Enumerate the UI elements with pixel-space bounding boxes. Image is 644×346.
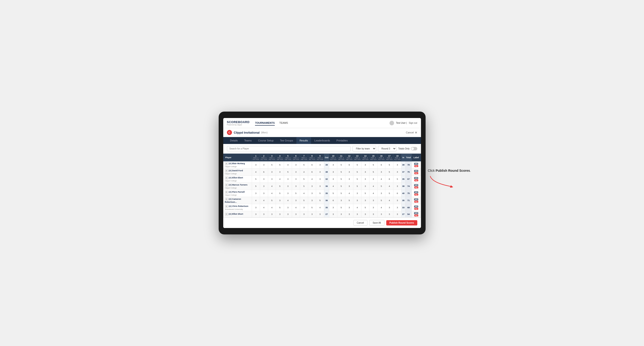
score-h4[interactable]: 5	[276, 190, 284, 197]
score-h6[interactable]: 3	[292, 169, 300, 176]
score-h8[interactable]: 6	[308, 162, 316, 169]
score-h5[interactable]: 3	[284, 183, 292, 190]
score-h1[interactable]: 3	[252, 162, 260, 169]
score-h4[interactable]: 4	[276, 176, 284, 183]
score-h16[interactable]: 6	[377, 162, 385, 169]
score-h14[interactable]: 3	[361, 169, 369, 176]
score-h5[interactable]: 4	[284, 162, 292, 169]
score-h14[interactable]: 3	[361, 183, 369, 190]
score-h11[interactable]: 5	[337, 183, 345, 190]
tab-leaderboards[interactable]: Leaderboards	[311, 137, 333, 144]
dq-badge[interactable]: DQ	[414, 214, 418, 216]
score-h9[interactable]: 3	[316, 162, 324, 169]
score-h14[interactable]: 3	[361, 197, 369, 204]
score-h7[interactable]: 4	[300, 169, 308, 176]
score-h2[interactable]: 3	[260, 190, 268, 197]
score-h14[interactable]: 3	[361, 211, 369, 217]
score-h17[interactable]: 4	[385, 183, 394, 190]
score-h5[interactable]: 4	[284, 197, 292, 204]
filter-team-select[interactable]: Filter by team	[352, 146, 376, 152]
score-h12[interactable]: 3	[345, 211, 354, 217]
dq-badge[interactable]: DQ	[414, 179, 418, 181]
score-h13[interactable]: 3	[353, 190, 361, 197]
score-h10[interactable]: 4	[329, 183, 337, 190]
tab-course-setup[interactable]: Course Setup	[255, 137, 277, 144]
score-h11[interactable]: 3	[337, 197, 345, 204]
tab-teams[interactable]: Teams	[241, 137, 255, 144]
score-h13[interactable]: 5	[353, 183, 361, 190]
score-h2[interactable]: 3	[260, 183, 268, 190]
score-h12[interactable]: 6	[345, 162, 354, 169]
score-h11[interactable]: 5	[337, 176, 345, 183]
score-h11[interactable]: 5	[337, 169, 345, 176]
score-h7[interactable]: 5	[300, 176, 308, 183]
score-h13[interactable]: 4	[353, 204, 361, 211]
score-h2[interactable]: 6	[260, 169, 268, 176]
wd-badge[interactable]: WD	[414, 170, 418, 172]
score-h17[interactable]: 3	[385, 204, 394, 211]
score-h4[interactable]: 3	[276, 169, 284, 176]
score-h2[interactable]: 4	[260, 204, 268, 211]
wd-badge[interactable]: WD	[414, 177, 418, 179]
score-h4[interactable]: 3	[276, 211, 284, 217]
score-h12[interactable]: 4	[345, 190, 354, 197]
score-h16[interactable]: 5	[377, 183, 385, 190]
score-h13[interactable]: 3	[353, 197, 361, 204]
dq-badge[interactable]: DQ	[414, 193, 418, 196]
score-h1[interactable]: 4	[252, 197, 260, 204]
score-h1[interactable]: 3	[252, 204, 260, 211]
score-h2[interactable]: 3	[260, 176, 268, 183]
score-h18[interactable]: 3	[394, 162, 402, 169]
score-h6[interactable]: 3	[292, 176, 300, 183]
score-h3[interactable]: 5	[268, 162, 276, 169]
score-h2[interactable]: 3	[260, 162, 268, 169]
score-h11[interactable]: 5	[337, 204, 345, 211]
tab-tee-groups[interactable]: Tee Groups	[277, 137, 296, 144]
round-select[interactable]: Round 3	[378, 146, 396, 152]
cancel-top-button[interactable]: Cancel ✕	[406, 131, 417, 134]
score-h8[interactable]: 5	[308, 204, 316, 211]
score-h6[interactable]: 4	[292, 204, 300, 211]
score-h3[interactable]: 4	[268, 204, 276, 211]
score-h12[interactable]: 3	[345, 169, 354, 176]
score-h7[interactable]: 5	[300, 162, 308, 169]
score-h1[interactable]: 3	[252, 211, 260, 217]
score-h6[interactable]: 3	[292, 211, 300, 217]
score-h9[interactable]: 4	[316, 204, 324, 211]
score-h8[interactable]: 6	[308, 169, 316, 176]
score-h10[interactable]: 3	[329, 204, 337, 211]
score-h16[interactable]: 4	[377, 204, 385, 211]
dq-badge[interactable]: DQ	[414, 186, 418, 188]
nav-teams[interactable]: TEAMS	[279, 121, 288, 126]
score-h2[interactable]: 3	[260, 211, 268, 217]
score-h18[interactable]: 3	[394, 197, 402, 204]
score-h14[interactable]: 3	[361, 176, 369, 183]
score-h3[interactable]: 5	[268, 197, 276, 204]
score-h10[interactable]: 3	[329, 211, 337, 217]
score-h15[interactable]: 3	[369, 204, 377, 211]
score-h9[interactable]: 5	[316, 190, 324, 197]
score-h17[interactable]: 6	[385, 176, 394, 183]
dq-badge[interactable]: DQ	[414, 201, 418, 203]
score-h10[interactable]: 3	[329, 169, 337, 176]
score-h13[interactable]: 5	[353, 162, 361, 169]
score-h4[interactable]: 5	[276, 204, 284, 211]
score-h4[interactable]: 5	[276, 162, 284, 169]
score-h16[interactable]: 4	[377, 176, 385, 183]
dq-badge[interactable]: DQ	[414, 208, 418, 210]
score-h5[interactable]: 3	[284, 190, 292, 197]
score-h17[interactable]: 5	[385, 162, 394, 169]
nav-tournaments[interactable]: TOURNAMENTS	[255, 121, 274, 126]
tab-printables[interactable]: Printables	[333, 137, 351, 144]
score-h3[interactable]: 4	[268, 190, 276, 197]
score-h8[interactable]: 3	[308, 183, 316, 190]
score-h12[interactable]: 3	[345, 183, 354, 190]
score-h1[interactable]: 4	[252, 169, 260, 176]
wd-badge[interactable]: WD	[414, 191, 418, 193]
score-h12[interactable]: 5	[345, 197, 354, 204]
score-h15[interactable]: 4	[369, 183, 377, 190]
cancel-button[interactable]: Cancel	[354, 220, 368, 226]
score-h7[interactable]: 3	[300, 204, 308, 211]
score-h5[interactable]: 5	[284, 169, 292, 176]
score-h17[interactable]: 5	[385, 169, 394, 176]
